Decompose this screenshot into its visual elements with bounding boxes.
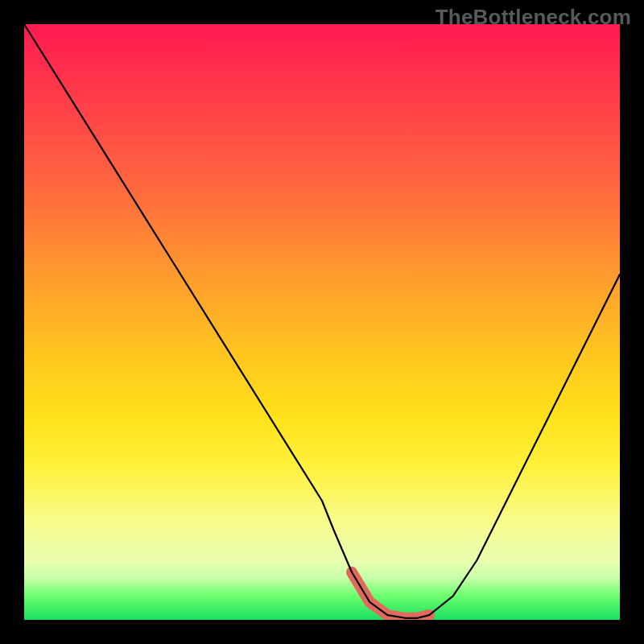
watermark-label: TheBottleneck.com bbox=[436, 5, 631, 30]
chart-svg bbox=[24, 24, 620, 620]
frame-border-right bbox=[620, 0, 644, 644]
chart-frame: TheBottleneck.com bbox=[0, 0, 644, 644]
frame-border-left bbox=[0, 0, 24, 644]
frame-border-bottom bbox=[0, 620, 644, 644]
optimal-range-line bbox=[352, 572, 429, 618]
bottleneck-curve-line bbox=[24, 24, 620, 618]
